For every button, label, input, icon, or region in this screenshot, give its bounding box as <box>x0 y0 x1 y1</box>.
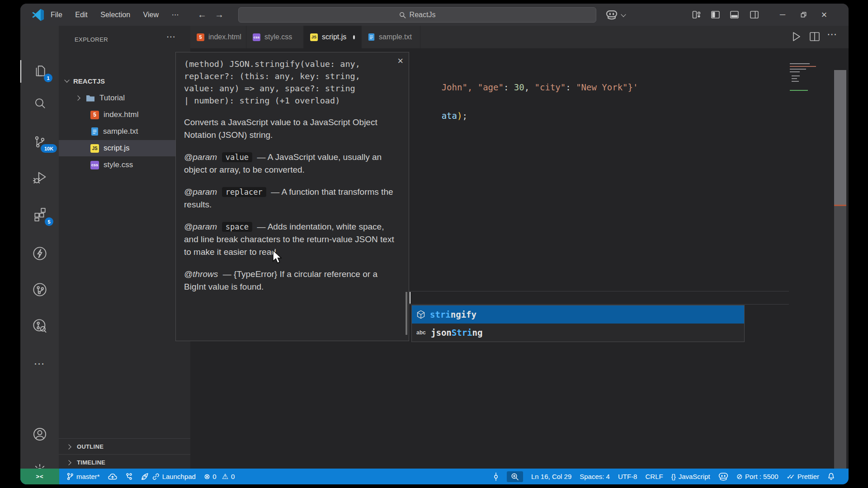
git-branch-item[interactable]: master* <box>66 473 100 480</box>
split-editor-icon[interactable] <box>809 31 821 42</box>
explorer-more-icon[interactable]: ⋯ <box>166 31 176 42</box>
tree-item-script-js[interactable]: JS script.js <box>59 140 190 156</box>
folder-icon <box>86 94 95 102</box>
tab-index-html[interactable]: 5 index.html <box>190 26 246 48</box>
tab-label: sample.txt <box>379 33 412 41</box>
timeline-label: TIMELINE <box>77 459 105 466</box>
forward-icon[interactable]: → <box>215 4 224 26</box>
remote-indicator[interactable]: >< <box>20 469 59 484</box>
copilot-status-icon[interactable] <box>718 472 728 481</box>
editor-tab-bar: 5 index.html css style.css JS script.js … <box>190 26 849 48</box>
outline-section[interactable]: OUTLINE <box>59 438 190 455</box>
text-file-icon <box>368 33 375 41</box>
tree-item-style-css[interactable]: css style.css <box>59 157 190 173</box>
status-bar: >< master* Launchpad ⊗ 0 ⚠ 0 <box>20 469 849 484</box>
source-control-badge: 10K <box>41 144 57 153</box>
search-view-icon[interactable] <box>20 92 59 115</box>
desktop-background: File Edit Selection View ⋯ ← → ReactJs ─… <box>0 0 868 488</box>
tab-sample-txt[interactable]: sample.txt <box>362 26 420 48</box>
suggestions-popup: stringify abc jsonString <box>411 305 745 342</box>
editor-more-actions-icon[interactable]: ⋯ <box>827 28 838 40</box>
explorer-sidebar: EXPLORER ⋯ REACTJS Tutorial 5 index.html… <box>59 26 190 469</box>
editor-scrollbar[interactable] <box>834 70 846 469</box>
git-graph-icon[interactable] <box>125 473 133 480</box>
css-file-icon: css <box>90 161 99 169</box>
restore-button[interactable] <box>793 4 814 26</box>
explorer-view-icon[interactable]: 1 <box>20 60 59 83</box>
screencast-indicator-icon[interactable] <box>493 472 499 481</box>
toggle-primary-sidebar-icon[interactable] <box>711 10 720 19</box>
zoom-indicator[interactable] <box>507 471 523 482</box>
menu-view[interactable]: View <box>138 4 164 26</box>
param-name-chip: value <box>222 152 252 162</box>
close-button[interactable]: × <box>814 4 835 26</box>
run-file-icon[interactable] <box>790 31 802 42</box>
copilot-chevron-icon[interactable] <box>621 12 626 17</box>
extensions-view-icon[interactable]: 5 <box>20 202 59 226</box>
tree-item-index-html[interactable]: 5 index.html <box>59 107 190 123</box>
file-label: script.js <box>104 144 130 153</box>
zoom-in-icon <box>511 473 519 481</box>
command-center-search[interactable]: ReactJs <box>238 7 596 23</box>
hover-description: Converts a JavaScript value to a JavaScr… <box>184 116 401 141</box>
live-server-port[interactable]: ⊘ Port : 5500 <box>736 473 778 480</box>
thunder-client-view-icon[interactable] <box>20 242 59 265</box>
run-debug-view-icon[interactable] <box>20 165 59 189</box>
copilot-icon[interactable] <box>606 9 618 20</box>
chevron-right-icon <box>75 95 80 100</box>
outline-label: OUTLINE <box>77 443 104 450</box>
back-icon[interactable]: ← <box>198 4 207 26</box>
menu-file[interactable]: File <box>45 4 68 26</box>
toggle-secondary-sidebar-icon[interactable] <box>750 10 759 19</box>
suggestion-item-stringify[interactable]: stringify <box>412 305 744 324</box>
menu-more-icon[interactable]: ⋯ <box>166 4 184 26</box>
branch-icon <box>66 473 74 480</box>
git-graph-view-icon[interactable] <box>20 278 59 301</box>
toggle-panel-icon[interactable] <box>730 10 739 19</box>
encoding[interactable]: UTF-8 <box>618 473 637 480</box>
modified-dot-icon[interactable] <box>353 35 355 39</box>
current-line-border-top <box>407 291 789 291</box>
vscode-window: File Edit Selection View ⋯ ← → ReactJs ─… <box>20 4 849 484</box>
accounts-icon[interactable] <box>20 422 59 446</box>
tab-script-js[interactable]: JS script.js <box>304 26 362 48</box>
gitlens-view-icon[interactable] <box>20 314 59 338</box>
minimize-button[interactable]: ─ <box>772 4 793 26</box>
source-control-view-icon[interactable]: 10K <box>20 130 59 154</box>
launchpad-item[interactable]: Launchpad <box>141 473 196 480</box>
tooltip-scrollbar-thumb[interactable] <box>406 292 407 335</box>
js-file-icon: JS <box>310 33 318 41</box>
language-mode[interactable]: {} JavaScript <box>671 473 710 480</box>
search-text: ReactJs <box>410 11 436 19</box>
menu-selection[interactable]: Selection <box>95 4 136 26</box>
timeline-section[interactable]: TIMELINE <box>59 454 190 470</box>
tab-style-css[interactable]: css style.css <box>246 26 304 48</box>
tree-root-reactjs[interactable]: REACTJS <box>59 73 190 89</box>
customize-layout-icon[interactable] <box>692 10 701 19</box>
suggestion-item-jsonstring[interactable]: abc jsonString <box>412 324 744 342</box>
menu-edit[interactable]: Edit <box>70 4 93 26</box>
current-line-border-bottom <box>407 304 789 305</box>
braces-icon: {} <box>671 473 676 480</box>
mouse-cursor <box>273 250 283 264</box>
prettier-status[interactable]: ✓✓ Prettier <box>787 473 820 481</box>
hover-param-replacer: @param replacer — A function that transf… <box>184 186 401 211</box>
scrollbar-thumb[interactable] <box>834 70 846 206</box>
menu-bar: File Edit Selection View ⋯ <box>45 4 184 26</box>
problems-item[interactable]: ⊗ 0 ⚠ 0 <box>204 473 235 480</box>
tree-item-tutorial[interactable]: Tutorial <box>59 90 190 106</box>
file-label: style.css <box>104 160 133 169</box>
activity-bar-more-icon[interactable]: ⋯ <box>20 352 59 375</box>
close-icon[interactable]: × <box>397 55 403 67</box>
eol-sequence[interactable]: CRLF <box>645 473 663 480</box>
html-file-icon: 5 <box>90 111 99 119</box>
publish-cloud-icon[interactable] <box>108 473 117 480</box>
notifications-bell-icon[interactable] <box>827 473 835 481</box>
param-name-chip: replacer <box>222 187 266 197</box>
chevron-right-icon <box>66 460 71 465</box>
file-label: Tutorial <box>99 94 125 103</box>
text-file-icon <box>91 127 99 136</box>
cursor-position[interactable]: Ln 16, Col 29 <box>531 473 571 480</box>
tree-item-sample-txt[interactable]: sample.txt <box>59 123 190 140</box>
indentation[interactable]: Spaces: 4 <box>580 473 610 480</box>
